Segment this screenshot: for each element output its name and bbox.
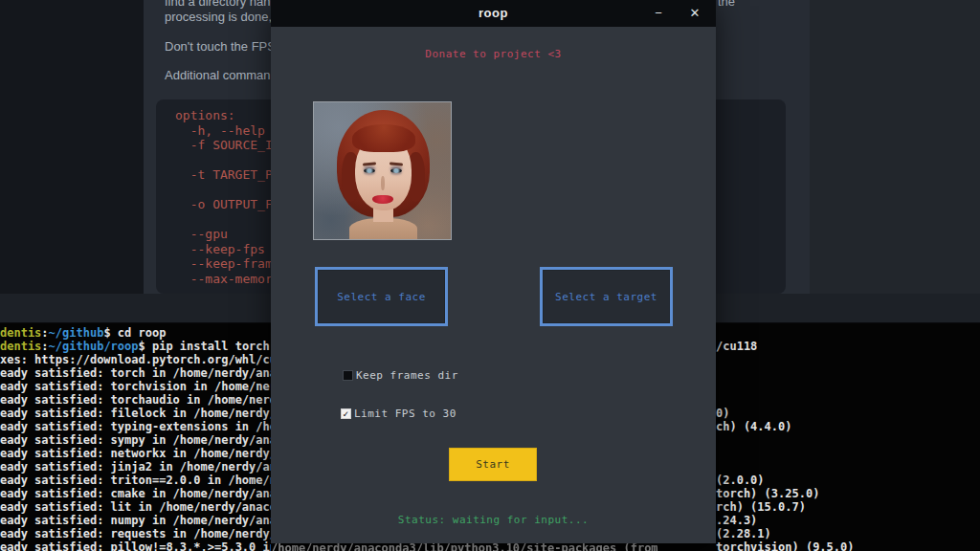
roop-titlebar[interactable]: roop − ✕: [271, 0, 716, 27]
terminal-line: dentis:~/github/roop$ pip install torch …: [0, 340, 271, 353]
docs-page-margin: [810, 0, 980, 294]
docs-paragraph-line: find a directory nan: [165, 0, 271, 10]
terminal-line: eady satisfied: triton==2.0.0 in /home/n…: [0, 474, 271, 487]
terminal-line: eady satisfied: pillow!=8.3.*,>=5.3.0 in: [0, 540, 271, 551]
terminal-output-right: /cu118 0)ch) (4.4.0) (2.0.0)torch) (3.25…: [716, 326, 980, 551]
terminal-line-fragment: [716, 326, 980, 340]
terminal-line: eady satisfied: jinja2 in /home/nerdy/an…: [0, 460, 271, 474]
terminal-line-fragment: (2.28.1): [716, 527, 980, 540]
docs-paragraph-line: Additional comman: [165, 68, 271, 83]
terminal-line: eady satisfied: torch in /home/nerdy/ana…: [0, 366, 271, 380]
terminal-line-fragment: [716, 353, 980, 366]
terminal-line: eady satisfied: numpy in /home/nerdy/ana…: [0, 514, 271, 527]
terminal-line-fragment: [716, 366, 980, 380]
terminal-line: dentis:~/github$ cd roop: [0, 326, 271, 340]
terminal-output-left: dentis:~/github$ cd roopdentis:~/github/…: [0, 326, 271, 551]
portrait-lips: [372, 195, 393, 204]
terminal-line-fragment: /cu118: [716, 340, 980, 353]
terminal-line-fragment: rch) (15.0.7): [716, 500, 980, 514]
docs-paragraph-line: processing is done,: [165, 10, 272, 25]
limit-fps-checkbox[interactable]: ✓ Limit FPS to 30: [341, 408, 457, 420]
checkbox-unchecked-icon[interactable]: [343, 370, 353, 381]
terminal-line-fragment: [716, 447, 980, 460]
minimize-button[interactable]: −: [647, 5, 670, 22]
terminal-line-fragment: (2.0.0): [716, 474, 980, 487]
terminal-line-fragment: torchvision) (9.5.0): [716, 540, 980, 551]
terminal-line-fragment: [716, 433, 980, 447]
status-text: Status: waiting for input...: [271, 514, 716, 526]
docs-paragraph-line-fragment: the: [718, 0, 735, 10]
portrait-eye: [364, 168, 375, 173]
terminal-line: eady satisfied: requests in /home/nerdy/…: [0, 527, 271, 540]
terminal-line: eady satisfied: torchvision in /home/ner…: [0, 380, 271, 393]
terminal-line: eady satisfied: lit in /home/nerdy/anaco…: [0, 500, 271, 514]
terminal-line: eady satisfied: cmake in /home/nerdy/ana…: [0, 487, 271, 500]
select-target-button[interactable]: Select a target: [540, 267, 673, 326]
terminal-line-fragment: ch) (4.4.0): [716, 420, 980, 433]
donate-link[interactable]: Donate to project <3: [271, 48, 716, 60]
terminal-line: eady satisfied: torchaudio in /home/nerd…: [0, 393, 271, 407]
terminal-line-fragment: [716, 393, 980, 407]
terminal-line-fragment: torch) (3.25.0): [716, 487, 980, 500]
roop-window[interactable]: roop − ✕ Donate to project <3 Select a f…: [271, 0, 716, 543]
start-button[interactable]: Start: [449, 448, 537, 481]
terminal-line: eady satisfied: sympy in /home/nerdy/ana…: [0, 433, 271, 447]
keep-frames-checkbox[interactable]: Keep frames dir: [343, 369, 458, 382]
terminal-line-fragment: [716, 460, 980, 474]
checkbox-checked-icon[interactable]: ✓: [341, 408, 351, 419]
checkbox-label: Keep frames dir: [356, 369, 458, 382]
checkbox-label: Limit FPS to 30: [354, 408, 457, 420]
terminal-line-fragment: .24.3): [716, 514, 980, 527]
close-button[interactable]: ✕: [683, 5, 706, 22]
terminal-line: eady satisfied: networkx in /home/nerdy/…: [0, 447, 271, 460]
terminal-line-fragment: [716, 380, 980, 393]
terminal-line: eady satisfied: filelock in /home/nerdy/…: [0, 407, 271, 420]
terminal-line: eady satisfied: typing-extensions in /ho…: [0, 420, 271, 433]
select-face-button[interactable]: Select a face: [315, 267, 448, 326]
docs-paragraph-line: Don't touch the FPS: [165, 39, 276, 55]
terminal-line: xes: https://download.pytorch.org/whl/cu: [0, 353, 271, 366]
portrait-nose: [381, 176, 385, 190]
portrait-eye: [390, 168, 402, 173]
terminal-line-fragment: 0): [716, 407, 980, 420]
portrait-bangs: [352, 124, 415, 152]
face-preview-image: [313, 101, 452, 240]
